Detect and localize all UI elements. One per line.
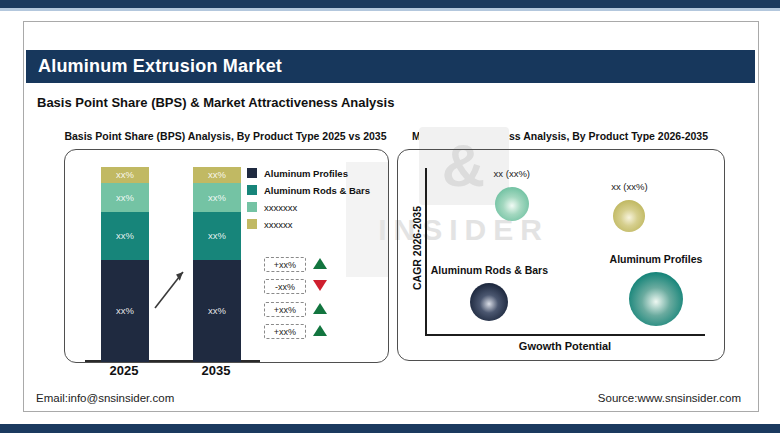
bar-segment-value: xx% (116, 192, 134, 203)
delta-box: +xx% (264, 257, 306, 272)
bar-segment: xx% (193, 212, 241, 260)
stacked-bar-2035: xx%xx%xx%xx% (193, 167, 241, 362)
bubble (613, 200, 645, 232)
bubble (495, 187, 529, 221)
bar-category-2025: 2025 (100, 363, 148, 378)
y-axis-line (425, 168, 427, 336)
report-title-bar: Aluminum Extrusion Market (26, 50, 755, 83)
bar-segment-value: xx% (208, 305, 226, 316)
bar-segment-value: xx% (116, 169, 134, 180)
bar-segment: xx% (193, 260, 241, 362)
bubble (629, 272, 683, 326)
legend-label: xxxxxxx (264, 202, 297, 213)
x-axis-line (425, 334, 705, 336)
y-axis-label: CAGR 2026-2035 (411, 193, 423, 303)
bar-segment-value: xx% (116, 305, 134, 316)
attractiveness-panel: CAGR 2026-2035 Gwowth Potential xx (xx%)… (397, 149, 725, 361)
bar-segment: xx% (101, 167, 149, 183)
main-container: Aluminum Extrusion Market Basis Point Sh… (23, 21, 759, 412)
legend-item: xxxxxx (247, 218, 293, 230)
bar-segment: xx% (101, 183, 149, 212)
delta-triangle-up-icon (313, 258, 327, 269)
legend-item: xxxxxxx (247, 201, 297, 213)
footer-source: Source:www.snsinsider.com (598, 392, 741, 404)
x-axis-label: Gwowth Potential (425, 340, 705, 352)
legend-label: xxxxxx (264, 219, 293, 230)
legend-item: Aluminum Rods & Bars (247, 184, 370, 196)
bubble (470, 283, 508, 321)
delta-triangle-up-icon (313, 303, 327, 314)
legend-label: Aluminum Profiles (264, 168, 348, 179)
bps-chart-title: Basis Point Share (BPS) Analysis, By Pro… (64, 130, 387, 142)
delta-box: +xx% (264, 302, 306, 317)
infographic-stage: Aluminum Extrusion Market Basis Point Sh… (0, 0, 780, 433)
legend-swatch (247, 168, 257, 178)
stacked-bar-2025: xx%xx%xx%xx% (101, 167, 149, 362)
bubble-label: Aluminum Profiles (610, 253, 703, 265)
legend-item: Aluminum Profiles (247, 167, 348, 179)
delta-box: +xx% (264, 324, 306, 339)
delta-triangle-up-icon (313, 325, 327, 336)
delta-box: -xx% (264, 279, 306, 294)
legend-label: Aluminum Rods & Bars (264, 185, 370, 196)
bps-panel: xx%xx%xx%xx%xx%xx%xx%xx%Aluminum Profile… (64, 149, 389, 363)
bar-segment: xx% (101, 212, 149, 260)
bottom-navy-strip (0, 424, 780, 433)
report-title: Aluminum Extrusion Market (26, 56, 282, 77)
bar-segment: xx% (193, 167, 241, 183)
bar-segment-value: xx% (208, 192, 226, 203)
delta-triangle-down-icon (313, 280, 327, 291)
legend-swatch (247, 185, 257, 195)
bar-category-2035: 2035 (192, 363, 240, 378)
bubble-label: xx (xx%) (611, 181, 647, 192)
top-navy-strip (0, 0, 780, 8)
legend-swatch (247, 202, 257, 212)
bubble-label: Aluminum Rods & Bars (431, 264, 548, 276)
top-accent-line (0, 8, 780, 11)
bubble-label: xx (xx%) (494, 168, 530, 179)
bar-segment-value: xx% (208, 169, 226, 180)
report-subtitle: Basis Point Share (BPS) & Market Attract… (37, 95, 394, 110)
footer-email: Email:info@snsinsider.com (36, 392, 174, 404)
bar-segment-value: xx% (116, 230, 134, 241)
attractiveness-chart-title: Market Attractiveness Analysis, By Produ… (397, 130, 723, 142)
growth-arrow-icon (149, 260, 197, 312)
bar-segment: xx% (193, 183, 241, 212)
legend-swatch (247, 219, 257, 229)
bar-segment: xx% (101, 260, 149, 362)
bar-segment-value: xx% (208, 230, 226, 241)
